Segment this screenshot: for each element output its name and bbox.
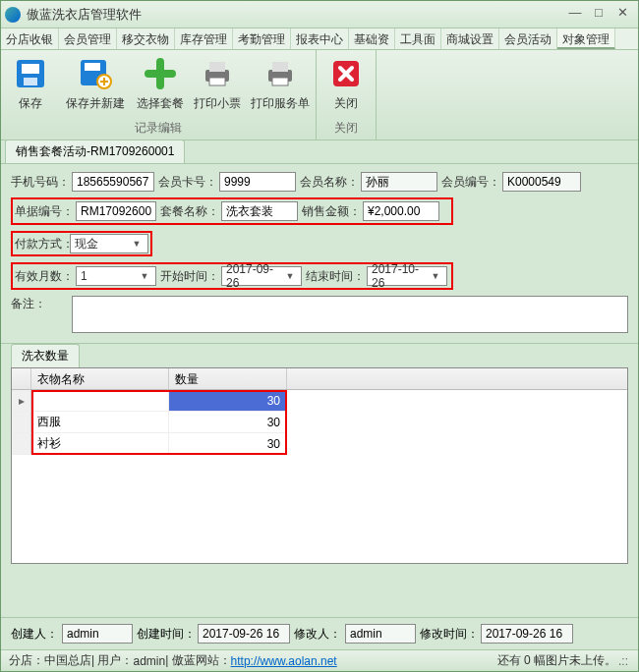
titlebar: 傲蓝洗衣店管理软件 — □ ✕ [1, 1, 638, 28]
card-input[interactable] [219, 172, 296, 192]
svg-rect-10 [272, 62, 288, 72]
app-logo-icon [5, 7, 21, 23]
modify-time-field [481, 624, 573, 644]
document-tab[interactable]: 销售套餐活动-RM1709260001 [5, 140, 185, 163]
status-upload-info: 还有 0 幅图片未上传。 [497, 652, 616, 669]
menu-item[interactable]: 工具面 [395, 28, 441, 49]
save-button[interactable]: 保存 [7, 54, 54, 112]
label-pkg-name: 套餐名称： [160, 203, 217, 220]
label-end: 结束时间： [306, 268, 363, 285]
ribbon-group-label: 关闭 [322, 117, 370, 140]
grid-rowhead-corner [12, 368, 31, 389]
member-name-field [361, 172, 437, 192]
label-member-no: 会员编号： [441, 174, 498, 191]
cell-qty[interactable]: 30 [169, 433, 287, 455]
status-user: admin [133, 654, 165, 668]
label-member-name: 会员名称： [300, 174, 357, 191]
svg-rect-11 [272, 78, 288, 85]
menu-item[interactable]: 基础资 [349, 28, 395, 49]
cell-name[interactable]: 衬衫 [31, 433, 169, 455]
member-no-field [502, 172, 581, 192]
row-indicator: ▸ [12, 390, 31, 412]
footer-form: 创建人： 创建时间： 修改人： 修改时间： [1, 617, 638, 649]
label-start: 开始时间： [160, 268, 217, 285]
menu-item[interactable]: 报表中心 [291, 28, 349, 49]
label-modifier: 修改人： [294, 626, 341, 643]
valid-months-select[interactable]: 1 ▼ [76, 266, 156, 286]
menu-item[interactable]: 分店收银 [1, 28, 59, 49]
close-window-button[interactable]: ✕ [610, 5, 634, 25]
chevron-down-icon: ▼ [130, 239, 144, 249]
status-site-link[interactable]: http://www.aolan.net [231, 654, 337, 668]
menu-item[interactable]: 考勤管理 [233, 28, 291, 49]
svg-rect-4 [85, 63, 100, 71]
grid-tab[interactable]: 洗衣数量 [11, 344, 80, 367]
bill-no-input[interactable] [76, 201, 156, 221]
label-pay-method: 付款方式： [15, 236, 70, 252]
close-button[interactable]: 关闭 [322, 54, 370, 112]
chevron-down-icon: ▼ [429, 271, 442, 281]
grid-col-qty[interactable]: 数量 [169, 368, 287, 389]
close-icon [328, 56, 364, 91]
menu-item[interactable]: 对象管理 [557, 28, 615, 49]
label-remark: 备注： [11, 296, 68, 312]
menu-item[interactable]: 商城设置 [441, 28, 499, 49]
statusbar: 分店： 中国总店 | 用户： admin | 傲蓝网站： http://www.… [1, 649, 638, 671]
print-service-button[interactable]: 打印服务单 [251, 54, 310, 112]
maximize-button[interactable]: □ [587, 5, 610, 25]
grid-tabstrip: 洗衣数量 [1, 344, 638, 367]
ribbon: 保存 保存并新建 选择套餐 [1, 50, 638, 140]
label-creator: 创建人： [11, 626, 58, 643]
label-modify-time: 修改时间： [420, 626, 477, 643]
menu-item[interactable]: 移交衣物 [117, 28, 175, 49]
ribbon-group-edit: 保存 保存并新建 选择套餐 [1, 50, 317, 140]
status-site-label: | 傲蓝网站： [165, 652, 230, 669]
print-ticket-button[interactable]: 打印小票 [194, 54, 241, 112]
menubar: 分店收银会员管理移交衣物库存管理考勤管理报表中心基础资工具面商城设置会员活动对象… [1, 28, 638, 50]
chevron-down-icon: ▼ [283, 271, 297, 281]
start-date-picker[interactable]: 2017-09-26 ▼ [221, 266, 302, 286]
table-row[interactable]: ▸30 [12, 390, 627, 412]
row-indicator [12, 433, 31, 455]
plus-icon [143, 56, 178, 91]
minimize-button[interactable]: — [563, 5, 587, 25]
grid-header: 衣物名称 数量 [12, 368, 627, 390]
ribbon-group-close: 关闭 关闭 [317, 50, 377, 140]
grid[interactable]: 衣物名称 数量 ▸30西服30衬衫30 [11, 367, 628, 564]
grid-body: ▸30西服30衬衫30 [12, 390, 627, 455]
grid-col-name[interactable]: 衣物名称 [31, 368, 169, 389]
menu-item[interactable]: 库存管理 [175, 28, 233, 49]
label-bill-no: 单据编号： [15, 203, 72, 220]
menu-item[interactable]: 会员管理 [59, 28, 117, 49]
creator-field [62, 624, 133, 644]
chevron-down-icon: ▼ [138, 271, 151, 281]
pkg-name-input[interactable] [221, 201, 298, 221]
sale-amt-input[interactable] [363, 201, 439, 221]
cell-name[interactable]: 西服 [31, 412, 169, 433]
table-row[interactable]: 衬衫30 [12, 433, 627, 455]
table-row[interactable]: 西服30 [12, 412, 627, 433]
menu-item[interactable]: 会员活动 [499, 28, 557, 49]
cell-name[interactable] [31, 390, 169, 412]
modifier-field [345, 624, 416, 644]
row-indicator [12, 412, 31, 433]
choose-package-button[interactable]: 选择套餐 [137, 54, 184, 112]
label-create-time: 创建时间： [137, 626, 194, 643]
cell-qty[interactable]: 30 [169, 412, 287, 433]
end-date-picker[interactable]: 2017-10-26 ▼ [367, 266, 447, 286]
window-title: 傲蓝洗衣店管理软件 [27, 6, 142, 24]
save-icon [13, 56, 48, 91]
create-time-field [198, 624, 290, 644]
remark-textarea[interactable] [72, 296, 628, 333]
pay-method-select[interactable]: 现金 ▼ [70, 234, 148, 253]
phone-input[interactable] [72, 172, 154, 192]
cell-qty[interactable]: 30 [169, 390, 287, 412]
ribbon-group-label: 记录编辑 [7, 117, 310, 140]
resize-grip-icon: .:: [616, 654, 630, 668]
status-branch-label: 分店： [9, 652, 44, 669]
save-new-button[interactable]: 保存并新建 [64, 54, 127, 112]
document-tabstrip: 销售套餐活动-RM1709260001 [1, 140, 638, 164]
printer-icon [262, 56, 298, 91]
printer-icon [200, 56, 235, 91]
form-area: 手机号码： 会员卡号： 会员名称： 会员编号： 单据编号： 套餐名称： 销售金额… [1, 164, 638, 344]
